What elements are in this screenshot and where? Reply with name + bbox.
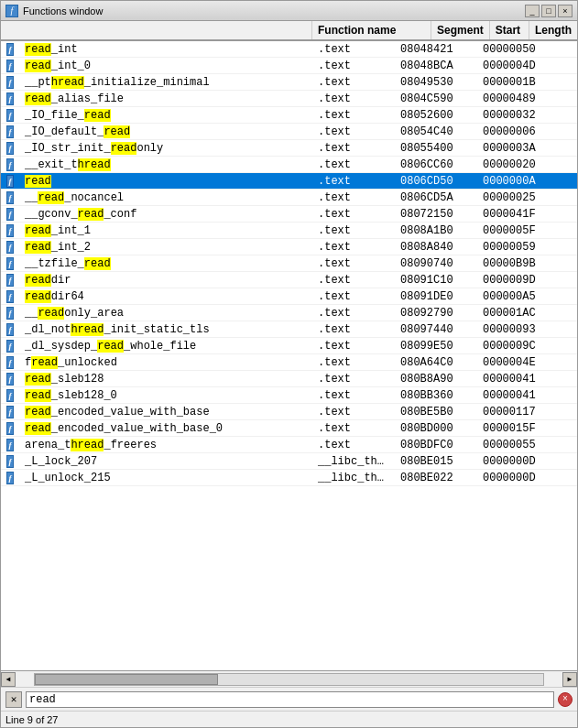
row-length: 00000489	[477, 92, 569, 106]
row-length: 0000041F	[477, 207, 569, 222]
row-icon: f	[1, 289, 19, 304]
row-start: 0806CC60	[395, 158, 477, 172]
row-name: readdir	[19, 273, 312, 288]
row-name: _IO_str_init_readonly	[19, 141, 312, 156]
row-length: 0000009D	[477, 273, 569, 288]
table-row[interactable]: fread_alias_file.text0804C59000000489	[1, 91, 577, 107]
row-name: __tzfile_read	[19, 256, 312, 271]
table-row[interactable]: f_dl_nothread_init_static_tls.text080974…	[1, 321, 577, 338]
row-name: _IO_file_read	[19, 108, 312, 123]
row-length: 000000A5	[477, 289, 569, 304]
search-input[interactable]	[26, 691, 554, 708]
maximize-button[interactable]: □	[541, 5, 556, 17]
table-row[interactable]: fread.text0806CD500000000A	[1, 173, 577, 190]
col-header-start: Start	[490, 21, 529, 39]
row-name: _L_lock_207	[19, 454, 312, 469]
row-start: 08091C10	[395, 273, 477, 288]
row-name: read_int_0	[19, 59, 312, 73]
row-icon: f	[1, 92, 19, 106]
title-bar-left: f Functions window	[5, 5, 103, 17]
horizontal-scrollbar-thumb[interactable]	[35, 674, 218, 685]
row-start: 080BB360	[395, 388, 477, 403]
table-row[interactable]: f_L_lock_207__libc_th…080BE0150000000D	[1, 453, 577, 470]
row-icon: f	[1, 141, 19, 156]
row-start: 0806CD5A	[395, 190, 477, 205]
horizontal-scrollbar-track[interactable]	[34, 673, 544, 686]
table-row[interactable]: fread_int_2.text0808A84000000059	[1, 239, 577, 255]
row-start: 080BE015	[395, 454, 477, 469]
table-row[interactable]: f__exit_thread.text0806CC6000000020	[1, 157, 577, 173]
row-name: arena_thread_freeres	[19, 438, 312, 452]
search-clear-button[interactable]: ×	[558, 692, 573, 707]
row-icon: f	[1, 273, 19, 288]
row-segment: .text	[312, 421, 395, 436]
row-length: 0000001B	[477, 75, 569, 90]
row-segment: .text	[312, 405, 395, 419]
row-length: 00000117	[477, 405, 569, 419]
row-icon: f	[1, 421, 19, 436]
table-row[interactable]: ffread_unlocked.text080A64C00000004E	[1, 354, 577, 371]
title-bar-controls: _ □ ×	[525, 5, 573, 17]
row-segment: .text	[312, 125, 395, 139]
row-start: 08097440	[395, 322, 477, 337]
row-icon: f	[1, 405, 19, 419]
title-bar: f Functions window _ □ ×	[1, 1, 577, 21]
table-row[interactable]: f__gconv_read_conf.text080721500000041F	[1, 206, 577, 223]
table-row[interactable]: f__tzfile_read.text0809074000000B9B	[1, 255, 577, 272]
table-row[interactable]: f_dl_sysdep_read_whole_file.text08099E50…	[1, 338, 577, 354]
table-row[interactable]: f_IO_default_read.text08054C4000000006	[1, 124, 577, 140]
table-body[interactable]: fread_int.text0804842100000050fread_int_…	[1, 41, 577, 670]
table-row[interactable]: f_L_unlock_215__libc_th…080BE0220000000D	[1, 470, 577, 486]
row-start: 080BD000	[395, 421, 477, 436]
row-icon: f	[1, 75, 19, 90]
row-name: read_alias_file	[19, 92, 312, 106]
row-length: 0000015F	[477, 421, 569, 436]
table-row[interactable]: fread_int_1.text0808A1B00000005F	[1, 223, 577, 239]
table-row[interactable]: farena_thread_freeres.text080BDFC0000000…	[1, 437, 577, 453]
row-start: 0808A1B0	[395, 223, 477, 238]
row-start: 080BE022	[395, 471, 477, 485]
row-segment: .text	[312, 92, 395, 106]
table-row[interactable]: f__pthread_initialize_minimal.text080495…	[1, 74, 577, 91]
row-start: 08049530	[395, 75, 477, 90]
table-row[interactable]: f__read_nocancel.text0806CD5A00000025	[1, 190, 577, 206]
search-icon-button[interactable]: ✕	[5, 691, 22, 708]
window-title: Functions window	[23, 5, 103, 16]
row-name: _L_unlock_215	[19, 471, 312, 485]
row-start: 08054C40	[395, 125, 477, 139]
row-start: 080BE5B0	[395, 405, 477, 419]
table-row[interactable]: fread_sleb128.text080B8A9000000041	[1, 371, 577, 387]
row-name: read_sleb128_0	[19, 388, 312, 403]
row-start: 08092790	[395, 306, 477, 321]
table-row[interactable]: fread_int_0.text08048BCA0000004D	[1, 58, 577, 74]
row-segment: __libc_th…	[312, 454, 395, 469]
table-row[interactable]: f_IO_str_init_readonly.text0805540000000…	[1, 140, 577, 157]
row-icon: f	[1, 174, 19, 189]
table-row[interactable]: fread_int.text0804842100000050	[1, 41, 577, 58]
table-row[interactable]: fread_encoded_value_with_base.text080BE5…	[1, 404, 577, 420]
row-icon: f	[1, 306, 19, 321]
row-name: read_int_1	[19, 223, 312, 238]
row-icon: f	[1, 454, 19, 469]
table-row[interactable]: f__readonly_area.text08092790000001AC	[1, 305, 577, 321]
row-segment: .text	[312, 42, 395, 57]
scroll-right-button[interactable]: ▶	[562, 672, 577, 687]
table-row[interactable]: freaddir.text08091C100000009D	[1, 272, 577, 288]
row-segment: .text	[312, 190, 395, 205]
row-length: 0000004D	[477, 59, 569, 73]
table-row[interactable]: fread_encoded_value_with_base_0.text080B…	[1, 420, 577, 437]
row-segment: .text	[312, 75, 395, 90]
row-length: 00000B9B	[477, 256, 569, 271]
row-start: 08048421	[395, 42, 477, 57]
table-row[interactable]: f_IO_file_read.text0805260000000032	[1, 107, 577, 124]
minimize-button[interactable]: _	[525, 5, 540, 17]
close-button[interactable]: ×	[558, 5, 573, 17]
row-length: 00000041	[477, 372, 569, 386]
table-row[interactable]: freaddir64.text08091DE0000000A5	[1, 288, 577, 305]
row-icon: f	[1, 438, 19, 452]
row-icon: f	[1, 355, 19, 370]
row-segment: __libc_th…	[312, 471, 395, 485]
row-length: 00000050	[477, 42, 569, 57]
table-row[interactable]: fread_sleb128_0.text080BB36000000041	[1, 387, 577, 404]
scroll-left-button[interactable]: ◀	[1, 672, 16, 687]
